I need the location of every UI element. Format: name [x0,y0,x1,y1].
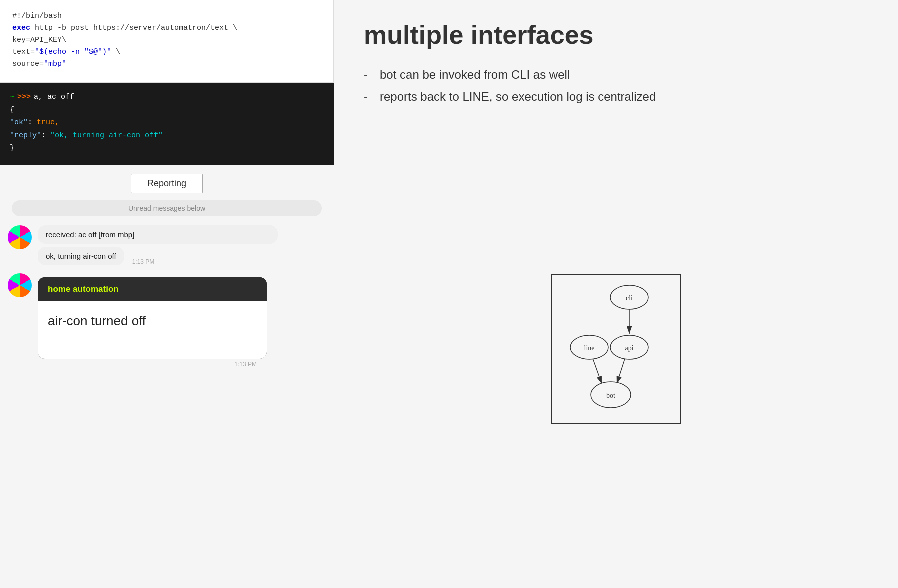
rich-card: home automation air-con turned off [38,278,267,359]
bullet-item-1: bot can be invoked from CLI as well [364,66,868,84]
terminal-ok-line: "ok": true, [10,116,324,130]
chat-bubble-1: received: ac off [from mbp] [38,226,278,244]
arrow-line-bot [592,356,602,384]
node-cli-label: cli [626,294,633,302]
bash-line-text: text="$(echo -n "$@")" \ [12,46,322,58]
unread-messages-bar: Unread messages below [12,200,322,216]
terminal-brace-open: { [10,104,324,117]
diagram-container: cli line api bot [364,130,868,568]
terminal-block: ~ >>> a, ac off { "ok": true, "reply": "… [0,83,334,165]
rich-card-title: home automation [48,284,119,294]
right-title: multiple interfaces [364,20,868,50]
diagram-svg: cli line api bot [552,275,682,425]
terminal-prompt-line: ~ >>> a, ac off [10,91,324,104]
terminal-brace-close: } [10,142,324,155]
bash-line-key: key=API_KEY\ [12,34,322,46]
avatar-1 [8,226,32,250]
bash-line-exec: exec http -b post https://server/automat… [12,22,322,34]
card-time: 1:13 PM [38,361,267,368]
chat-messages-group-1: received: ac off [from mbp] ok, turning … [38,226,326,266]
bash-line-source: source="mbp" [12,58,322,70]
terminal-reply-line: "reply": "ok, turning air-con off" [10,130,324,142]
rich-card-header: home automation [38,278,267,302]
reporting-container: Reporting [0,165,334,200]
bullet-item-2: reports back to LINE, so execution log i… [364,88,868,106]
chat-row-with-time-1: ok, turning air-con off 1:13 PM [38,247,326,266]
node-bot-label: bot [606,392,616,400]
rich-card-body-text: air-con turned off [48,314,146,328]
node-api-label: api [625,344,634,352]
avatar-2 [8,274,32,298]
arrow-api-bot [617,356,626,384]
chat-time-1: 1:13 PM [132,258,155,266]
rich-card-wrapper: home automation air-con turned off 1:13 … [38,274,267,368]
right-panel: multiple interfaces bot can be invoked f… [334,0,898,588]
chat-bubble-2: ok, turning air-con off [38,247,124,266]
chat-row-1: received: ac off [from mbp] ok, turning … [8,226,326,266]
chat-area: received: ac off [from mbp] ok, turning … [0,226,334,372]
bash-line-shebang: #!/bin/bash [12,10,322,22]
reporting-button[interactable]: Reporting [131,174,203,194]
diagram-box: cli line api bot [551,274,681,424]
chat-row-2: home automation air-con turned off 1:13 … [8,274,326,368]
left-panel: #!/bin/bash exec http -b post https://se… [0,0,334,588]
rich-card-body: air-con turned off [38,302,267,359]
node-line-label: line [584,344,595,352]
bullet-list: bot can be invoked from CLI as well repo… [364,66,868,110]
bash-code-block: #!/bin/bash exec http -b post https://se… [0,0,334,83]
